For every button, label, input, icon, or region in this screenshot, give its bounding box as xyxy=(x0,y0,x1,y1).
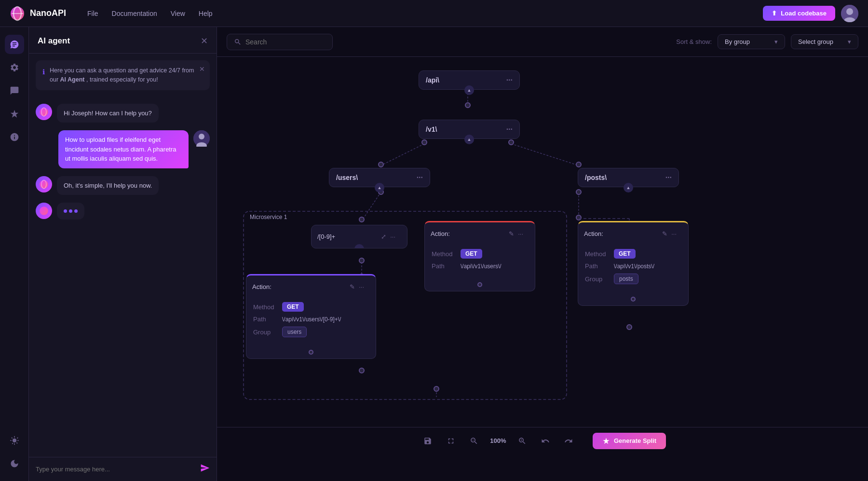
sort-by-group-dropdown[interactable]: By group ▾ xyxy=(718,34,785,49)
redo-button[interactable] xyxy=(560,432,577,450)
typing-dot xyxy=(74,209,78,213)
v1-node-label: /v1\ xyxy=(426,125,437,133)
method-badge: GET xyxy=(282,302,304,312)
action-card-posts-get[interactable]: Action: ✎ ··· Method GET Path \/api\/v1\… xyxy=(578,221,689,306)
group-badge-posts: posts xyxy=(614,274,638,284)
zoom-in-button[interactable] xyxy=(514,432,531,450)
action-header-2: Action: ✎ ··· xyxy=(425,222,535,245)
chat-input-field[interactable] xyxy=(36,466,195,473)
users-node-menu[interactable]: ··· xyxy=(417,173,423,182)
sidebar-integration-icon[interactable] xyxy=(5,104,24,124)
logo-icon xyxy=(10,6,25,21)
chevron-down-icon: ▾ xyxy=(848,38,851,45)
canvas-graph: /api\ ··· ▲ /v1\ ··· ▲ /users\ ··· ▲ /po… xyxy=(217,57,868,454)
typing-dot xyxy=(69,209,72,213)
generate-label: Generate Split xyxy=(614,437,656,444)
canvas-area: Sort & show: By group ▾ Select group ▾ xyxy=(217,27,868,481)
save-canvas-button[interactable] xyxy=(419,432,436,450)
svg-point-9 xyxy=(199,134,204,139)
nav-view[interactable]: View xyxy=(171,10,185,17)
posts-node-menu[interactable]: ··· xyxy=(665,173,672,182)
user-avatar[interactable] xyxy=(841,5,858,22)
sort-label: Sort & show: xyxy=(676,38,712,45)
posts-node[interactable]: /posts\ ··· ▲ xyxy=(578,168,679,187)
sidebar-message-icon[interactable] xyxy=(5,81,24,100)
ai-avatar xyxy=(36,176,52,192)
search-box[interactable] xyxy=(227,34,333,50)
sidebar-info-icon[interactable] xyxy=(5,127,24,147)
connector-lines xyxy=(217,57,868,454)
chat-messages: Hi Joseph! How can I help you? How to up… xyxy=(29,97,217,457)
load-codebase-button[interactable]: ⬆ Load codebase xyxy=(763,6,835,21)
svg-point-24 xyxy=(509,140,514,145)
zoom-level: 100% xyxy=(488,437,508,444)
sidebar-settings-icon[interactable] xyxy=(5,58,24,77)
chat-info-text: Here you can ask a question and get advi… xyxy=(50,66,203,84)
edit-icon[interactable]: ✎ xyxy=(350,283,355,290)
svg-point-23 xyxy=(379,162,383,167)
nav-help[interactable]: Help xyxy=(199,10,213,17)
posts-node-expand[interactable]: ▲ xyxy=(624,183,633,192)
typing-bubble xyxy=(57,203,84,220)
method-row-3: Method GET xyxy=(585,249,681,259)
svg-point-37 xyxy=(434,386,439,391)
action-card-users-detail[interactable]: Action: ✎ ··· Method GET Path \/api\/v1\… xyxy=(246,274,376,359)
regex-menu-icon[interactable]: ··· xyxy=(390,233,395,240)
method-row: Method GET xyxy=(253,302,369,312)
action-card-users-get[interactable]: Action: ✎ ··· Method GET Path \/api\/v1\… xyxy=(424,221,535,291)
v1-node-menu[interactable]: ··· xyxy=(506,125,513,134)
icon-bar-bottom xyxy=(5,431,24,473)
typing-indicator-row xyxy=(36,203,210,220)
regex-expand-icon[interactable]: ⤢ xyxy=(381,233,386,240)
more-icon-3[interactable]: ··· xyxy=(671,230,677,237)
users-node[interactable]: /users\ ··· ▲ xyxy=(329,168,430,187)
sidebar-moon-icon[interactable] xyxy=(5,454,24,473)
chat-close-button[interactable]: ✕ xyxy=(201,36,208,46)
upload-icon: ⬆ xyxy=(772,10,777,17)
info-circle-icon: ℹ xyxy=(42,67,45,77)
select-group-dropdown[interactable]: Select group ▾ xyxy=(791,34,858,49)
search-input[interactable] xyxy=(245,38,323,46)
more-icon-2[interactable]: ··· xyxy=(518,230,523,237)
regex-node[interactable]: /[0-9]+ ⤢ ··· ▲ xyxy=(311,225,407,248)
send-button[interactable] xyxy=(200,463,210,475)
canvas-toolbar: Sort & show: By group ▾ Select group ▾ xyxy=(217,27,868,57)
group-row: Group users xyxy=(253,327,369,337)
action-body-3: Method GET Path \/api\/v1\/posts\/ Group… xyxy=(578,245,688,295)
api-node-expand[interactable]: ▲ xyxy=(464,85,474,95)
ai-avatar-typing xyxy=(36,203,52,219)
chat-panel: AI agent ✕ ℹ Here you can ask a question… xyxy=(29,27,217,481)
method-badge-2: GET xyxy=(461,249,482,259)
nav-documentation[interactable]: Documentation xyxy=(112,10,157,17)
edit-icon-3[interactable]: ✎ xyxy=(662,230,667,237)
edit-icon-2[interactable]: ✎ xyxy=(509,230,514,237)
users-node-expand[interactable]: ▲ xyxy=(375,183,384,192)
svg-point-21 xyxy=(465,103,470,108)
generate-split-button[interactable]: Generate Split xyxy=(593,433,666,449)
undo-button[interactable] xyxy=(537,432,554,450)
zoom-out-button[interactable] xyxy=(465,432,483,450)
svg-point-25 xyxy=(576,162,581,167)
sidebar-sun-icon[interactable] xyxy=(5,431,24,450)
load-codebase-label: Load codebase xyxy=(781,10,827,17)
nav-file[interactable]: File xyxy=(87,10,98,17)
v1-node[interactable]: /v1\ ··· ▲ xyxy=(419,120,520,139)
svg-point-27 xyxy=(359,217,364,222)
v1-node-expand[interactable]: ▲ xyxy=(464,135,474,144)
api-node[interactable]: /api\ ··· ▲ xyxy=(419,70,520,90)
more-icon[interactable]: ··· xyxy=(359,283,364,290)
action-body: Method GET Path \/api\/v1\/users\/[0-9]+… xyxy=(246,298,376,348)
microservice-label: Microservice 1 xyxy=(250,214,287,220)
users-node-label: /users\ xyxy=(336,174,358,181)
icon-bar xyxy=(0,27,29,481)
bottom-toolbar: 100% xyxy=(217,427,868,454)
expand-canvas-button[interactable] xyxy=(442,432,460,450)
chat-info-box: ℹ Here you can ask a question and get ad… xyxy=(36,60,210,90)
path-row: Path \/api\/v1\/users\/[0-9]+\/ xyxy=(253,316,369,323)
chat-info-close-button[interactable]: ✕ xyxy=(199,65,205,73)
typing-dot xyxy=(64,209,67,213)
api-node-menu[interactable]: ··· xyxy=(506,76,513,84)
sidebar-chat-icon[interactable] xyxy=(5,35,24,54)
message-row: Oh, it's simple, I'll help you now. xyxy=(36,176,210,195)
ai-avatar xyxy=(36,104,52,120)
